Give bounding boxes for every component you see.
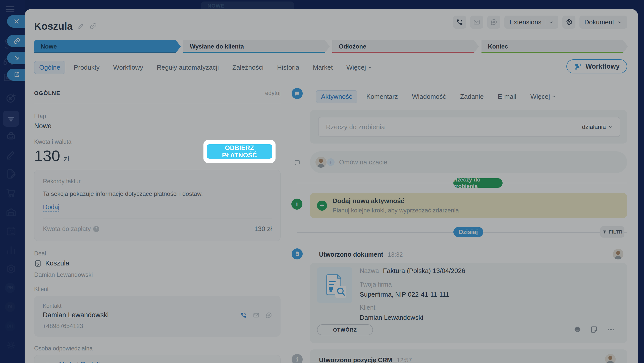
collect-payment-button[interactable]: ODBIERZ PŁATNOŚĆ — [207, 144, 272, 159]
screen: NOWE — [0, 0, 644, 363]
tutorial-dim-overlay — [0, 0, 644, 363]
spotlight-highlight: ODBIERZ PŁATNOŚĆ — [203, 140, 276, 163]
